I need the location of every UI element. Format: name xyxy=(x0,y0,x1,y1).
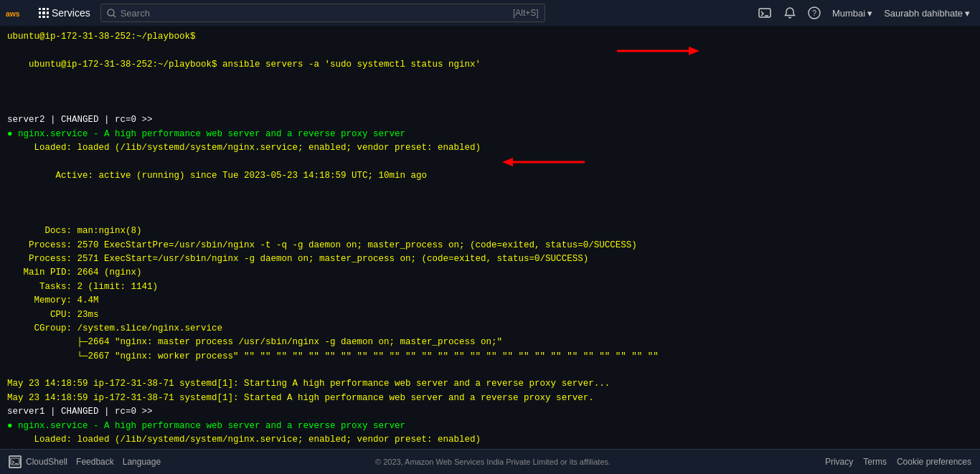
terminal-line-13: CGroup: /system.slice/nginx.service xyxy=(7,322,973,336)
terminal-line-15: └─2667 "nginx: worker process" "" "" "" … xyxy=(7,350,973,364)
terminal[interactable]: ubuntu@ip-172-31-38-252:~/playbook$ ubun… xyxy=(0,26,980,449)
user-label: Saurabh dahibhate xyxy=(884,8,963,19)
terminal-line-21: Loaded: loaded (/lib/systemd/system/ngin… xyxy=(7,433,973,447)
search-shortcut: [Alt+S] xyxy=(513,8,539,18)
terminal-line-7: Process: 2570 ExecStartPre=/usr/sbin/ngi… xyxy=(7,239,973,252)
terminal-line-6: Docs: man:nginx(8) xyxy=(7,224,973,238)
svg-point-1 xyxy=(108,9,114,16)
svg-marker-8 xyxy=(689,47,699,55)
terminal-line-14: ├─2664 "nginx: master process /usr/sbin/… xyxy=(7,336,973,349)
terminal-line-0: ubuntu@ip-172-31-38-252:~/playbook$ xyxy=(7,30,973,44)
user-chevron: ▾ xyxy=(965,8,970,19)
feedback-link[interactable]: Feedback xyxy=(76,457,114,467)
terminal-line-17: May 23 14:18:59 ip-172-31-38-71 systemd[… xyxy=(7,377,973,391)
arrow-active1 xyxy=(502,156,588,169)
region-label: Mumbai xyxy=(832,8,865,19)
privacy-link[interactable]: Privacy xyxy=(825,457,853,467)
bottom-bar: CloudShell Feedback Language © 2023, Ama… xyxy=(0,449,980,474)
cloudshell-bottom-label: CloudShell xyxy=(26,457,67,467)
svg-marker-10 xyxy=(502,158,513,166)
region-button[interactable]: Mumbai ▾ xyxy=(828,8,877,19)
terminal-line-20: ● nginx.service - A high performance web… xyxy=(7,420,973,433)
search-icon xyxy=(107,9,116,18)
region-chevron: ▾ xyxy=(867,8,872,19)
cloudshell-nav-button[interactable] xyxy=(753,3,776,23)
arrow-cmd xyxy=(617,44,703,57)
terminal-line-5: Active: active (running) since Tue 2023-… xyxy=(7,155,973,224)
search-bar[interactable]: [Alt+S] xyxy=(100,4,545,22)
aws-logo[interactable]: aws xyxy=(6,6,29,20)
grid-icon xyxy=(39,8,49,18)
nav-right: ? Mumbai ▾ Saurabh dahibhate ▾ xyxy=(753,3,974,23)
search-input[interactable] xyxy=(121,8,509,19)
svg-line-2 xyxy=(113,15,116,17)
terminal-line-19: server1 | CHANGED | rc=0 >> xyxy=(7,405,973,419)
terminal-line-10: Tasks: 2 (limit: 1141) xyxy=(7,280,973,294)
terminal-line-4: Loaded: loaded (/lib/systemd/system/ngin… xyxy=(7,141,973,155)
bell-icon-button[interactable] xyxy=(779,4,801,22)
terminal-line-2: server2 | CHANGED | rc=0 >> xyxy=(7,113,973,127)
language-link[interactable]: Language xyxy=(123,457,161,467)
terminal-line-11: Memory: 4.4M xyxy=(7,294,973,308)
terminal-line-1: ubuntu@ip-172-31-38-252:~/playbook$ ansi… xyxy=(7,44,973,113)
help-icon-button[interactable]: ? xyxy=(804,4,825,22)
copyright-text: © 2023, Amazon Web Services India Privat… xyxy=(161,458,825,466)
terminal-line-18: May 23 14:18:59 ip-172-31-38-71 systemd[… xyxy=(7,392,973,405)
terminal-line-3: ● nginx.service - A high performance web… xyxy=(7,128,973,141)
bottom-right: Privacy Terms Cookie preferences xyxy=(825,457,971,467)
services-nav[interactable]: Services xyxy=(34,7,95,19)
user-button[interactable]: Saurabh dahibhate ▾ xyxy=(880,8,974,19)
cloudshell-bottom[interactable]: CloudShell xyxy=(9,455,67,468)
cloudshell-bottom-icon xyxy=(9,455,22,468)
terminal-line-8: Process: 2571 ExecStart=/usr/sbin/nginx … xyxy=(7,252,973,266)
terminal-line-12: CPU: 23ms xyxy=(7,308,973,322)
top-nav: aws Services [Alt+S] xyxy=(0,0,980,26)
cookie-link[interactable]: Cookie preferences xyxy=(897,457,971,467)
svg-text:?: ? xyxy=(812,9,816,17)
terms-link[interactable]: Terms xyxy=(863,457,887,467)
terminal-blank xyxy=(7,364,973,377)
bottom-left: CloudShell Feedback Language xyxy=(9,455,161,468)
services-label: Services xyxy=(52,7,90,19)
svg-text:aws: aws xyxy=(6,10,20,18)
terminal-line-9: Main PID: 2664 (nginx) xyxy=(7,266,973,280)
